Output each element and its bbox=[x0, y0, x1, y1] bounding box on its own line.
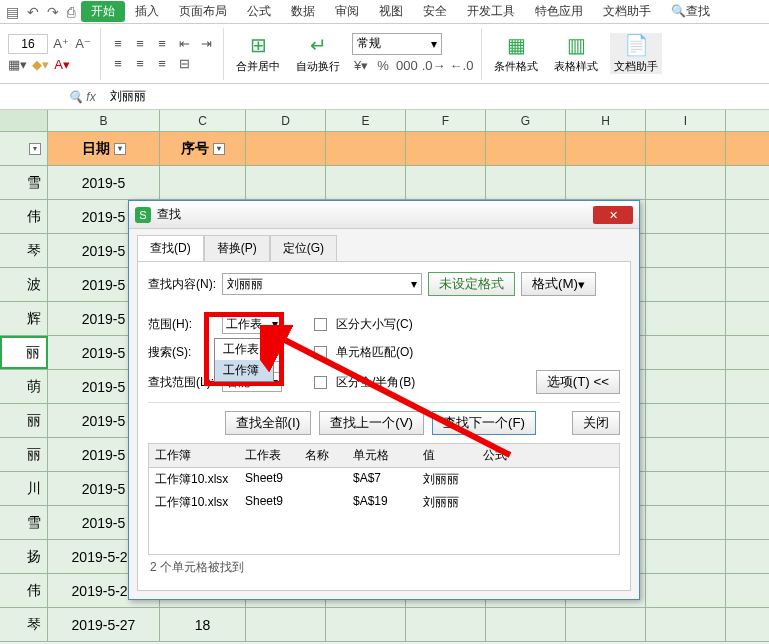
tab-layout[interactable]: 页面布局 bbox=[169, 1, 237, 22]
formula-input[interactable]: 刘丽丽 bbox=[104, 88, 769, 105]
col-header[interactable]: E bbox=[326, 110, 406, 131]
tab-replace[interactable]: 替换(P) bbox=[204, 235, 270, 261]
find-content-input[interactable]: 刘丽丽▾ bbox=[222, 273, 422, 295]
format-button[interactable]: 格式(M) ▾ bbox=[521, 272, 596, 296]
align-right-icon[interactable]: ≡ bbox=[153, 55, 171, 73]
results-header[interactable]: 公式 bbox=[477, 444, 537, 467]
tab-review[interactable]: 审阅 bbox=[325, 1, 369, 22]
find-prev-button[interactable]: 查找上一个(V) bbox=[319, 411, 424, 435]
results-header[interactable]: 工作表 bbox=[239, 444, 299, 467]
cell[interactable]: 波 bbox=[0, 268, 48, 301]
tab-search[interactable]: 🔍查找 bbox=[661, 1, 720, 22]
indent-right-icon[interactable]: ⇥ bbox=[197, 35, 215, 53]
align-left-icon[interactable]: ≡ bbox=[109, 55, 127, 73]
tab-special[interactable]: 特色应用 bbox=[525, 1, 593, 22]
filter-arrow-icon[interactable]: ▾ bbox=[114, 143, 126, 155]
fill-color-icon[interactable]: ◆▾ bbox=[31, 56, 49, 74]
tab-insert[interactable]: 插入 bbox=[125, 1, 169, 22]
match-case-checkbox[interactable] bbox=[314, 318, 327, 331]
fx-icon[interactable]: 🔍 fx bbox=[60, 90, 104, 104]
results-header[interactable]: 名称 bbox=[299, 444, 347, 467]
no-format-button[interactable]: 未设定格式 bbox=[428, 272, 515, 296]
cell[interactable]: 伟 bbox=[0, 574, 48, 607]
cell[interactable] bbox=[160, 166, 246, 199]
cell[interactable]: 雪 bbox=[0, 166, 48, 199]
col-header[interactable]: B bbox=[48, 110, 160, 131]
match-cell-checkbox[interactable] bbox=[314, 346, 327, 359]
col-header[interactable]: H bbox=[566, 110, 646, 131]
filter-arrow-icon[interactable]: ▾ bbox=[29, 143, 41, 155]
cell[interactable]: 18 bbox=[160, 608, 246, 641]
cell[interactable]: 日期▾ bbox=[48, 132, 160, 165]
cell[interactable]: 丽 bbox=[0, 404, 48, 437]
results-header[interactable]: 值 bbox=[417, 444, 477, 467]
tab-view[interactable]: 视图 bbox=[369, 1, 413, 22]
align-bottom-icon[interactable]: ≡ bbox=[153, 35, 171, 53]
select-all-corner[interactable] bbox=[0, 110, 48, 131]
font-color-icon[interactable]: A▾ bbox=[53, 56, 71, 74]
cell[interactable]: 雪 bbox=[0, 506, 48, 539]
font-size-input[interactable] bbox=[8, 34, 48, 54]
undo-icon[interactable]: ↶ bbox=[27, 4, 39, 20]
find-next-button[interactable]: 查找下一个(F) bbox=[432, 411, 536, 435]
close-button[interactable]: 关闭 bbox=[572, 411, 620, 435]
tab-goto[interactable]: 定位(G) bbox=[270, 235, 337, 261]
number-format-combo[interactable]: 常规▾ bbox=[352, 33, 442, 55]
results-header[interactable]: 单元格 bbox=[347, 444, 417, 467]
decrease-decimal-icon[interactable]: ←.0 bbox=[450, 57, 474, 75]
cell[interactable]: 琴 bbox=[0, 608, 48, 641]
tab-formula[interactable]: 公式 bbox=[237, 1, 281, 22]
options-button[interactable]: 选项(T) << bbox=[536, 370, 620, 394]
cell[interactable]: 序号▾ bbox=[160, 132, 246, 165]
col-header[interactable]: C bbox=[160, 110, 246, 131]
cell[interactable]: 丽 bbox=[0, 438, 48, 471]
print-icon[interactable]: ⎙ bbox=[67, 4, 75, 20]
doc-assistant-button[interactable]: 📄文档助手 bbox=[610, 33, 662, 74]
wrap-text-button[interactable]: ↵自动换行 bbox=[292, 33, 344, 74]
match-width-checkbox[interactable] bbox=[314, 376, 327, 389]
cond-format-button[interactable]: ▦条件格式 bbox=[490, 33, 542, 74]
cell[interactable]: 2019-5-27 bbox=[48, 608, 160, 641]
scope-option[interactable]: 工作表 bbox=[215, 339, 273, 360]
cell[interactable]: 伟 bbox=[0, 200, 48, 233]
col-header[interactable]: I bbox=[646, 110, 726, 131]
currency-icon[interactable]: ¥▾ bbox=[352, 57, 370, 75]
align-top-icon[interactable]: ≡ bbox=[109, 35, 127, 53]
merge-center-button[interactable]: ⊞合并居中 bbox=[232, 33, 284, 74]
align-middle-icon[interactable]: ≡ bbox=[131, 35, 149, 53]
comma-icon[interactable]: 000 bbox=[396, 57, 418, 75]
cell[interactable]: 川 bbox=[0, 472, 48, 505]
save-icon[interactable]: ▤ bbox=[6, 4, 19, 20]
tab-home[interactable]: 开始 bbox=[81, 1, 125, 22]
cell[interactable]: 辉 bbox=[0, 302, 48, 335]
find-all-button[interactable]: 查找全部(I) bbox=[225, 411, 312, 435]
percent-icon[interactable]: % bbox=[374, 57, 392, 75]
cell[interactable]: 丽 bbox=[0, 336, 48, 369]
tab-security[interactable]: 安全 bbox=[413, 1, 457, 22]
border-icon[interactable]: ▦▾ bbox=[8, 56, 27, 74]
results-header[interactable]: 工作簿 bbox=[149, 444, 239, 467]
tab-dev[interactable]: 开发工具 bbox=[457, 1, 525, 22]
cell[interactable]: 萌 bbox=[0, 370, 48, 403]
cell[interactable]: 2019-5 bbox=[48, 166, 160, 199]
result-row[interactable]: 工作簿10.xlsxSheet9$A$7刘丽丽 bbox=[149, 468, 619, 491]
decrease-font-icon[interactable]: A⁻ bbox=[74, 35, 92, 53]
align-center-icon[interactable]: ≡ bbox=[131, 55, 149, 73]
close-icon[interactable]: ✕ bbox=[593, 206, 633, 224]
scope-option[interactable]: 工作簿 bbox=[215, 360, 273, 381]
increase-font-icon[interactable]: A⁺ bbox=[52, 35, 70, 53]
cell[interactable]: ▾ bbox=[0, 132, 48, 165]
cell[interactable]: 琴 bbox=[0, 234, 48, 267]
redo-icon[interactable]: ↷ bbox=[47, 4, 59, 20]
indent-left-icon[interactable]: ⇤ bbox=[175, 35, 193, 53]
increase-decimal-icon[interactable]: .0→ bbox=[422, 57, 446, 75]
col-header[interactable]: F bbox=[406, 110, 486, 131]
filter-arrow-icon[interactable]: ▾ bbox=[213, 143, 225, 155]
dialog-titlebar[interactable]: S 查找 ✕ bbox=[129, 201, 639, 229]
tab-data[interactable]: 数据 bbox=[281, 1, 325, 22]
table-style-button[interactable]: ▥表格样式 bbox=[550, 33, 602, 74]
merge-split-icon[interactable]: ⊟ bbox=[175, 55, 193, 73]
col-header[interactable]: G bbox=[486, 110, 566, 131]
col-header[interactable]: D bbox=[246, 110, 326, 131]
tab-find[interactable]: 查找(D) bbox=[137, 235, 204, 261]
